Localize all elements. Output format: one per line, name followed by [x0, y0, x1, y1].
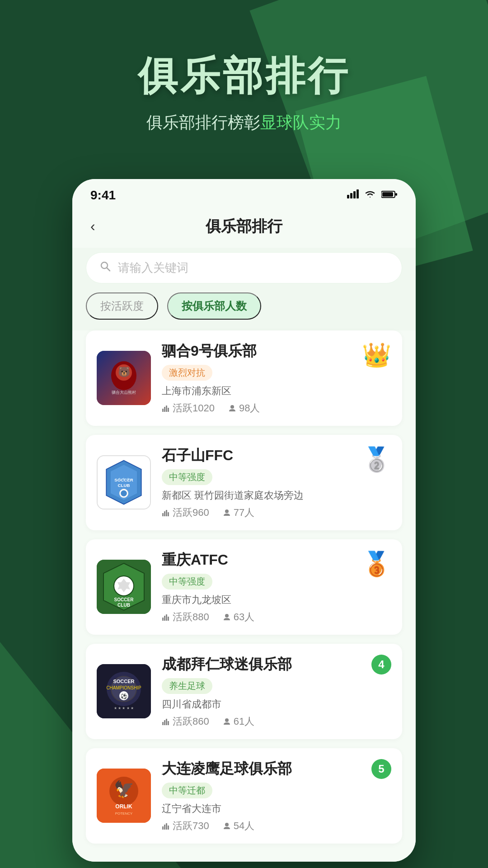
rank-badge-3: 🥉	[362, 550, 391, 578]
svg-point-66	[225, 823, 229, 826]
svg-rect-63	[164, 825, 165, 830]
rank-badge-5: 5	[371, 759, 391, 779]
svg-text:CLUB: CLUB	[118, 483, 130, 488]
club-activity-4: 活跃860	[162, 715, 209, 728]
club-members-1: 98人	[228, 401, 260, 415]
svg-text:ORLIK: ORLIK	[115, 803, 132, 810]
rank-number-4: 4	[371, 655, 391, 675]
wifi-icon	[364, 189, 376, 201]
club-info-2: 石子山FFC 中等强度 新都区 斑竹园街道家庭农场旁边 活跃960 77人	[162, 446, 391, 519]
svg-line-8	[107, 268, 110, 271]
club-logo-3: SOCCER CLUB	[97, 560, 151, 614]
svg-rect-55	[168, 721, 169, 725]
club-info-1: 驷合9号俱乐部 激烈对抗 上海市浦东新区 活跃1020 98人	[162, 341, 391, 415]
club-tag-5: 中等迁都	[162, 783, 212, 798]
svg-rect-62	[162, 826, 164, 830]
svg-text:★ ★ ★ ★ ★: ★ ★ ★ ★ ★	[114, 706, 134, 710]
app-title: 俱乐部排行	[206, 216, 282, 237]
svg-rect-41	[166, 614, 167, 621]
club-location-4: 四川省成都市	[162, 698, 391, 711]
filter-tabs: 按活跃度 按俱乐部人数	[72, 292, 416, 330]
club-name-5: 大连凌鹰足球俱乐部	[162, 759, 391, 779]
search-icon	[100, 261, 111, 275]
svg-rect-0	[347, 195, 349, 198]
svg-rect-5	[382, 192, 393, 197]
club-logo-4: SOCCER CHAMPIONSHIP ⚽ ★ ★ ★ ★ ★	[97, 664, 151, 718]
rank-badge-4: 4	[371, 655, 391, 675]
hero-subtitle: 俱乐部排行榜彰显球队实力	[27, 112, 461, 134]
club-stats-2: 活跃960 77人	[162, 506, 391, 519]
silver-crown: 🥈	[362, 446, 391, 473]
svg-text:★ ★ ★: ★ ★ ★	[118, 477, 129, 481]
rank-number-5: 5	[371, 759, 391, 779]
club-card-1[interactable]: 🐻 驷合大山熊村 驷合9号俱乐部 激烈对抗 上海市浦东新区 活跃1020 98人	[86, 330, 402, 426]
club-list: 🐻 驷合大山熊村 驷合9号俱乐部 激烈对抗 上海市浦东新区 活跃1020 98人	[72, 330, 416, 862]
club-members-5: 54人	[223, 819, 254, 833]
svg-text:POTENCY: POTENCY	[115, 811, 133, 816]
svg-text:SOCCER: SOCCER	[113, 679, 134, 684]
club-members-2: 77人	[223, 506, 254, 519]
svg-text:⚽: ⚽	[121, 693, 127, 699]
club-info-3: 重庆ATFC 中等强度 重庆市九龙坡区 活跃880 63人	[162, 550, 391, 624]
svg-rect-30	[168, 512, 169, 516]
svg-rect-52	[162, 722, 164, 725]
back-button[interactable]: ‹	[90, 218, 95, 235]
svg-rect-65	[168, 826, 169, 830]
club-location-2: 新都区 斑竹园街道家庭农场旁边	[162, 489, 391, 502]
club-activity-3: 活跃880	[162, 610, 209, 624]
club-name-4: 成都拜仁球迷俱乐部	[162, 655, 391, 675]
svg-text:SOCCER: SOCCER	[114, 597, 134, 602]
club-card-4[interactable]: SOCCER CHAMPIONSHIP ⚽ ★ ★ ★ ★ ★ 成都拜仁球迷俱乐…	[86, 644, 402, 739]
svg-rect-40	[164, 616, 165, 621]
subtitle-prefix: 俱乐部排行榜彰	[146, 113, 260, 132]
svg-rect-2	[353, 191, 356, 198]
svg-point-18	[230, 405, 234, 409]
svg-point-31	[225, 509, 229, 513]
rank-badge-2: 🥈	[362, 446, 391, 473]
club-card-3[interactable]: SOCCER CLUB 重庆ATFC 中等强度 重庆市九龙坡区 活跃880 63…	[86, 539, 402, 635]
svg-text:驷合大山熊村: 驷合大山熊村	[112, 390, 136, 395]
club-activity-1: 活跃1020	[162, 401, 215, 415]
club-logo-1: 🐻 驷合大山熊村	[97, 351, 151, 405]
hero-title: 俱乐部排行	[27, 54, 461, 98]
status-time: 9:41	[90, 188, 116, 203]
battery-icon	[381, 190, 398, 200]
svg-point-56	[225, 718, 229, 722]
hero-section: 俱乐部排行 俱乐部排行榜彰显球队实力	[0, 0, 488, 161]
filter-tab-members[interactable]: 按俱乐部人数	[167, 292, 261, 320]
club-info-5: 大连凌鹰足球俱乐部 中等迁都 辽宁省大连市 活跃730 54人	[162, 759, 391, 833]
svg-rect-16	[166, 406, 167, 412]
svg-rect-6	[395, 193, 397, 196]
club-card-5[interactable]: 🦅 ORLIK POTENCY 大连凌鹰足球俱乐部 中等迁都 辽宁省大连市 活跃…	[86, 748, 402, 844]
gold-crown: 👑	[362, 341, 391, 369]
svg-rect-53	[164, 720, 165, 725]
signal-icon	[347, 189, 359, 201]
club-stats-1: 活跃1020 98人	[162, 401, 391, 415]
club-card-2[interactable]: SOCCER CLUB ★ ★ ★ 石子山FFC 中等强度 新都区 斑竹园街道家…	[86, 435, 402, 530]
club-tag-2: 中等强度	[162, 469, 212, 485]
svg-rect-64	[166, 823, 167, 830]
subtitle-highlight: 显球队实力	[260, 113, 342, 132]
club-name-2: 石子山FFC	[162, 446, 391, 466]
club-activity-2: 活跃960	[162, 506, 209, 519]
status-icons	[347, 189, 398, 201]
svg-rect-39	[162, 618, 164, 621]
svg-rect-27	[162, 513, 164, 516]
club-stats-3: 活跃880 63人	[162, 610, 391, 624]
club-logo-2: SOCCER CLUB ★ ★ ★	[97, 455, 151, 509]
rank-badge-1: 👑	[362, 341, 391, 369]
svg-text:CHAMPIONSHIP: CHAMPIONSHIP	[106, 685, 141, 690]
search-bar[interactable]: 请输入关键词	[86, 252, 402, 283]
club-stats-5: 活跃730 54人	[162, 819, 391, 833]
svg-text:🐻: 🐻	[118, 366, 131, 378]
club-location-1: 上海市浦东新区	[162, 384, 391, 398]
svg-point-43	[225, 614, 229, 618]
club-logo-5: 🦅 ORLIK POTENCY	[97, 769, 151, 823]
club-name-3: 重庆ATFC	[162, 550, 391, 570]
app-header: ‹ 俱乐部排行	[72, 207, 416, 248]
status-bar: 9:41	[72, 179, 416, 207]
phone-mockup: 9:41 ‹ 俱乐部排行 请输入关键词 按活跃度 按俱乐部人数	[72, 179, 416, 862]
svg-rect-15	[164, 407, 165, 412]
svg-rect-14	[162, 409, 164, 412]
filter-tab-activity[interactable]: 按活跃度	[86, 292, 158, 320]
